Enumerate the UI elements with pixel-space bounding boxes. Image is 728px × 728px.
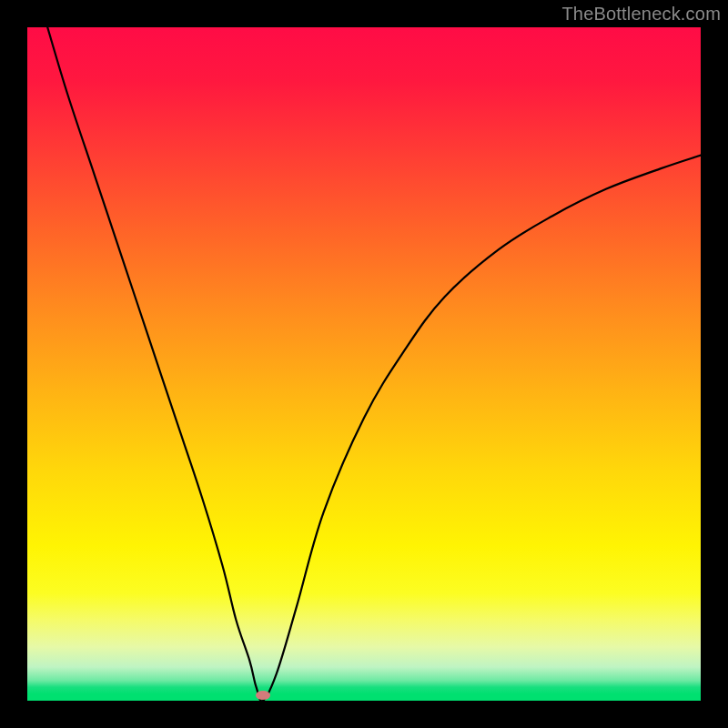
optimal-marker xyxy=(256,691,270,700)
chart-frame: TheBottleneck.com xyxy=(0,0,728,728)
plot-area xyxy=(27,27,701,701)
bottleneck-curve xyxy=(47,27,701,701)
curve-layer xyxy=(27,27,701,701)
watermark-text: TheBottleneck.com xyxy=(561,4,721,25)
